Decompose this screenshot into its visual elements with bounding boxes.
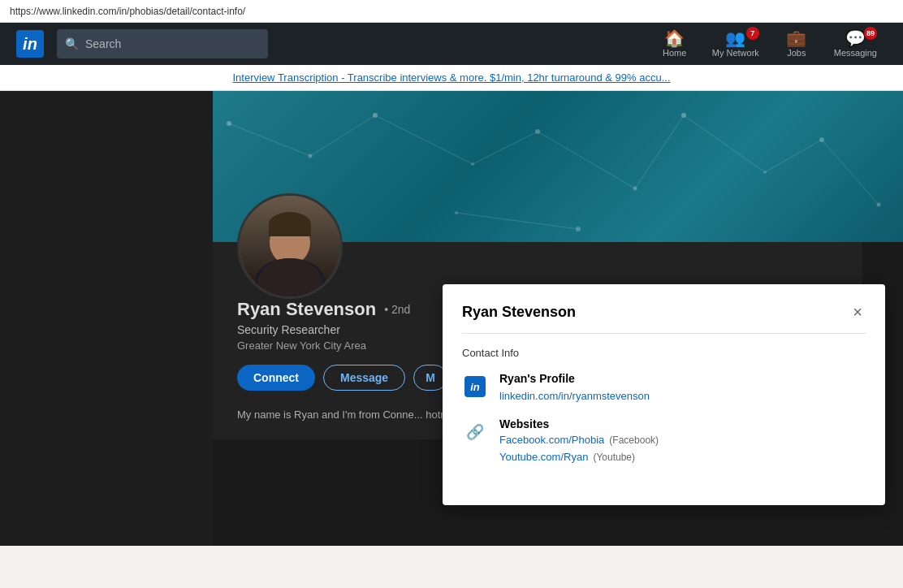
avatar-image	[240, 193, 340, 299]
nav-item-jobs[interactable]: 💼 Jobs	[772, 25, 821, 63]
left-sidebar	[0, 91, 213, 546]
search-bar[interactable]: 🔍	[57, 29, 268, 58]
website-entry-0: Facebook.com/Phobia (Facebook)	[499, 434, 659, 446]
network-icon: 👥	[725, 30, 745, 46]
svg-line-13	[310, 115, 375, 156]
nav-label-messaging: Messaging	[834, 48, 877, 58]
url-text: https://www.linkedin.com/in/phobias/deta…	[10, 6, 245, 17]
connection-degree: • 2nd	[384, 303, 410, 316]
linkedin-profile-content: Ryan's Profile linkedin.com/in/ryanmstev…	[499, 372, 650, 403]
messaging-badge: 89	[864, 27, 877, 40]
nav-item-my-network[interactable]: 👥 7 My Network	[702, 25, 769, 63]
contact-info-label: Contact Info	[462, 347, 866, 359]
search-icon: 🔍	[65, 37, 79, 50]
contact-info-modal: Ryan Stevenson × Contact Info in Ryan's …	[443, 284, 885, 505]
nav-item-messaging[interactable]: 💬 89 Messaging	[824, 25, 887, 63]
linkedin-profile-url[interactable]: linkedin.com/in/ryanmstevenson	[499, 390, 650, 402]
modal-close-button[interactable]: ×	[849, 300, 866, 323]
address-bar: https://www.linkedin.com/in/phobias/deta…	[0, 0, 903, 23]
website-entry-1: Youtube.com/Ryan (Youtube)	[499, 451, 659, 463]
modal-header: Ryan Stevenson ×	[462, 300, 866, 323]
websites-icon: 🔗	[462, 419, 488, 445]
svg-line-19	[765, 140, 822, 172]
website-url-1[interactable]: Youtube.com/Ryan	[499, 451, 588, 463]
navbar: in 🔍 🏠 Home 👥 7 My Network 💼 Jobs 💬 89 M…	[0, 23, 903, 65]
linkedin-profile-section: in Ryan's Profile linkedin.com/in/ryanms…	[462, 372, 866, 403]
websites-content: Websites Facebook.com/Phobia (Facebook) …	[499, 417, 659, 468]
svg-line-15	[473, 132, 538, 164]
websites-section: 🔗 Websites Facebook.com/Phobia (Facebook…	[462, 417, 866, 468]
ad-link[interactable]: Interview Transcription - Transcribe int…	[232, 71, 670, 84]
linkedin-profile-label: Ryan's Profile	[499, 372, 650, 385]
linkedin-profile-icon: in	[462, 374, 488, 400]
search-input[interactable]	[85, 37, 260, 50]
nav-item-home[interactable]: 🏠 Home	[650, 25, 699, 63]
modal-title: Ryan Stevenson	[462, 304, 576, 321]
avatar	[237, 193, 343, 299]
network-badge: 7	[746, 27, 759, 40]
connect-button[interactable]: Connect	[237, 365, 315, 391]
svg-line-20	[822, 140, 879, 205]
avatar-wrapper	[237, 193, 343, 299]
svg-line-18	[684, 115, 765, 172]
jobs-icon: 💼	[786, 30, 806, 46]
svg-line-14	[375, 115, 473, 164]
website-url-0[interactable]: Facebook.com/Phobia	[499, 434, 604, 446]
linkedin-logo[interactable]: in	[16, 30, 44, 58]
nav-items: 🏠 Home 👥 7 My Network 💼 Jobs 💬 89 Messag…	[650, 25, 887, 63]
home-icon: 🏠	[664, 30, 685, 46]
svg-line-16	[538, 132, 635, 188]
svg-line-17	[635, 115, 684, 188]
svg-line-21	[456, 213, 578, 229]
website-type-1: (Youtube)	[593, 452, 635, 463]
ad-banner[interactable]: Interview Transcription - Transcribe int…	[0, 65, 903, 91]
nav-label-jobs: Jobs	[787, 48, 806, 58]
nav-label-my-network: My Network	[712, 48, 759, 58]
messaging-icon: 💬	[845, 30, 866, 46]
chain-link-icon: 🔗	[466, 423, 484, 441]
svg-line-12	[229, 123, 310, 156]
modal-divider	[462, 333, 866, 334]
message-button[interactable]: Message	[323, 365, 405, 391]
websites-label: Websites	[499, 417, 659, 430]
nav-label-home: Home	[663, 48, 686, 58]
website-type-0: (Facebook)	[609, 435, 659, 446]
